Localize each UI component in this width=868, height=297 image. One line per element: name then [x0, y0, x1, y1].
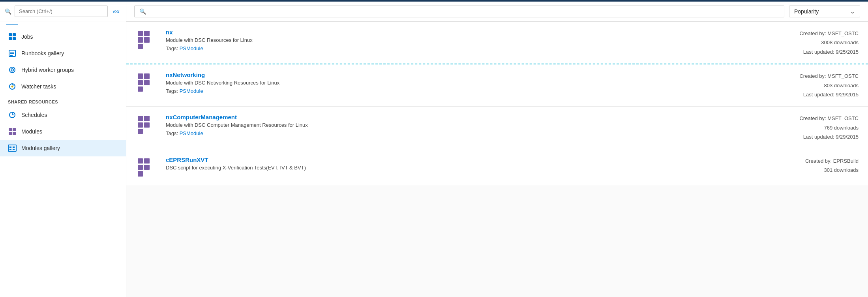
result-downloads-nx: 3008 downloads [772, 38, 859, 47]
result-updated-nxnetworking: Last updated: 9/29/2015 [772, 90, 859, 99]
modules-gallery-icon [8, 144, 17, 152]
search-icon: 🔍 [139, 8, 146, 15]
chevron-down-icon: ⌄ [850, 8, 855, 15]
result-body-ceprsrunxvt: cEPRSRunXVT DSC script for executing X-V… [166, 156, 764, 173]
tags-prefix-nxcomputermanagement: Tags: [166, 130, 180, 136]
sidebar-search-icon: 🔍 [5, 8, 11, 15]
result-tags-nxcomputermanagement: Tags: PSModule [166, 130, 764, 136]
gallery-search-input[interactable]: nx [149, 8, 779, 15]
main-layout: 🔍 «« Jobs [0, 2, 868, 297]
result-meta-nxnetworking: Created by: MSFT_OSTC 803 downloads Last… [772, 71, 859, 99]
result-item-ceprsrunxvt: cEPRSRunXVT DSC script for executing X-V… [126, 149, 868, 186]
result-name-ceprsrunxvt[interactable]: cEPRSRunXVT [166, 156, 764, 163]
result-desc-nxnetworking: Module with DSC Networking Resources for… [166, 80, 764, 86]
svg-line-9 [14, 85, 15, 86]
tag-nx[interactable]: PSModule [180, 45, 203, 51]
result-icon-ceprsrunxvt [136, 156, 158, 179]
svg-rect-15 [13, 147, 15, 148]
svg-rect-3 [10, 55, 13, 56]
result-created-nx: Created by: MSFT_OSTC [772, 29, 859, 38]
result-desc-ceprsrunxvt: DSC script for executing X-Verification … [166, 165, 764, 171]
result-body-nxnetworking: nxNetworking Module with DSC Networking … [166, 71, 764, 94]
result-created-nxcomputermanagement: Created by: MSFT_OSTC [772, 114, 859, 123]
result-icon-nxnetworking [136, 71, 158, 94]
schedules-label: Schedules [21, 112, 47, 118]
result-meta-nxcomputermanagement: Created by: MSFT_OSTC 769 downloads Last… [772, 114, 859, 141]
sidebar-item-runbooks-gallery[interactable]: Runbooks gallery [0, 45, 126, 62]
tag-nxcomputermanagement[interactable]: PSModule [180, 130, 203, 136]
svg-rect-17 [13, 149, 15, 150]
shared-resources-header: SHARED RESOURCES [0, 95, 126, 107]
sidebar-nav: Jobs Runbooks gallery [0, 21, 126, 297]
svg-point-7 [11, 86, 13, 88]
watcher-icon [8, 82, 17, 91]
svg-point-4 [9, 67, 15, 73]
sidebar-item-schedules[interactable]: Schedules [0, 107, 126, 123]
result-downloads-nxnetworking: 803 downloads [772, 81, 859, 90]
results-list: nx Module with DSC Resources for Linux T… [126, 22, 868, 297]
main-content: 🔍 nx Popularity ⌄ nx [126, 2, 868, 297]
svg-rect-14 [9, 147, 11, 148]
watcher-tasks-label: Watcher tasks [21, 83, 56, 90]
result-name-nx[interactable]: nx [166, 29, 764, 36]
modules-icon [8, 127, 17, 136]
sidebar-search-bar: 🔍 «« [0, 2, 126, 21]
result-updated-nx: Last updated: 9/25/2015 [772, 47, 859, 56]
collapse-icon: «« [112, 8, 120, 15]
tags-prefix-nxnetworking: Tags: [166, 88, 180, 94]
sort-label: Popularity [794, 8, 819, 15]
result-meta-nx: Created by: MSFT_OSTC 3008 downloads Las… [772, 29, 859, 56]
sidebar-item-hybrid-worker-groups[interactable]: Hybrid worker groups [0, 62, 126, 78]
result-body-nxcomputermanagement: nxComputerManagement Module with DSC Com… [166, 114, 764, 136]
result-meta-ceprsrunxvt: Created by: EPRSBuild 301 downloads [772, 156, 859, 175]
result-downloads-nxcomputermanagement: 769 downloads [772, 123, 859, 132]
tags-prefix-nx: Tags: [166, 45, 180, 51]
result-name-nxcomputermanagement[interactable]: nxComputerManagement [166, 114, 764, 120]
result-item-nx: nx Module with DSC Resources for Linux T… [126, 22, 868, 64]
result-name-nxnetworking[interactable]: nxNetworking [166, 71, 764, 78]
result-desc-nxcomputermanagement: Module with DSC Computer Management Reso… [166, 122, 764, 128]
sidebar: 🔍 «« Jobs [0, 2, 126, 297]
sidebar-divider [6, 24, 18, 25]
modules-label: Modules [21, 128, 42, 135]
result-icon-nxcomputermanagement [136, 114, 158, 136]
sidebar-item-modules[interactable]: Modules [0, 123, 126, 140]
sidebar-search-input[interactable] [15, 6, 108, 17]
sidebar-item-watcher-tasks[interactable]: Watcher tasks [0, 78, 126, 95]
hybrid-worker-groups-label: Hybrid worker groups [21, 67, 74, 73]
svg-rect-16 [9, 149, 11, 150]
runbooks-gallery-label: Runbooks gallery [21, 50, 64, 56]
result-item-nxcomputermanagement: nxComputerManagement Module with DSC Com… [126, 107, 868, 149]
result-icon-nx [136, 29, 158, 51]
sort-dropdown[interactable]: Popularity ⌄ [789, 6, 860, 17]
jobs-icon [8, 32, 17, 41]
hybrid-worker-icon [8, 66, 17, 74]
sidebar-item-modules-gallery[interactable]: Modules gallery [0, 140, 126, 156]
svg-rect-2 [10, 53, 14, 54]
jobs-label: Jobs [21, 34, 33, 40]
result-item-nxnetworking: nxNetworking Module with DSC Networking … [126, 64, 868, 107]
result-updated-nxcomputermanagement: Last updated: 9/29/2015 [772, 132, 859, 141]
svg-rect-1 [10, 52, 14, 53]
gallery-search-bar: 🔍 nx Popularity ⌄ [126, 2, 868, 22]
result-body-nx: nx Module with DSC Resources for Linux T… [166, 29, 764, 51]
result-desc-nx: Module with DSC Resources for Linux [166, 37, 764, 43]
sidebar-item-jobs[interactable]: Jobs [0, 28, 126, 45]
svg-point-5 [11, 69, 13, 71]
collapse-sidebar-button[interactable]: «« [111, 6, 121, 17]
result-downloads-ceprsrunxvt: 301 downloads [772, 165, 859, 175]
tag-nxnetworking[interactable]: PSModule [180, 88, 203, 94]
schedules-icon [8, 111, 17, 119]
modules-gallery-label: Modules gallery [21, 145, 60, 151]
result-tags-nxnetworking: Tags: PSModule [166, 88, 764, 94]
result-created-ceprsrunxvt: Created by: EPRSBuild [772, 156, 859, 165]
result-tags-nx: Tags: PSModule [166, 45, 764, 51]
runbooks-gallery-icon [8, 49, 17, 58]
search-input-wrapper: 🔍 nx [134, 6, 784, 17]
result-created-nxnetworking: Created by: MSFT_OSTC [772, 71, 859, 81]
